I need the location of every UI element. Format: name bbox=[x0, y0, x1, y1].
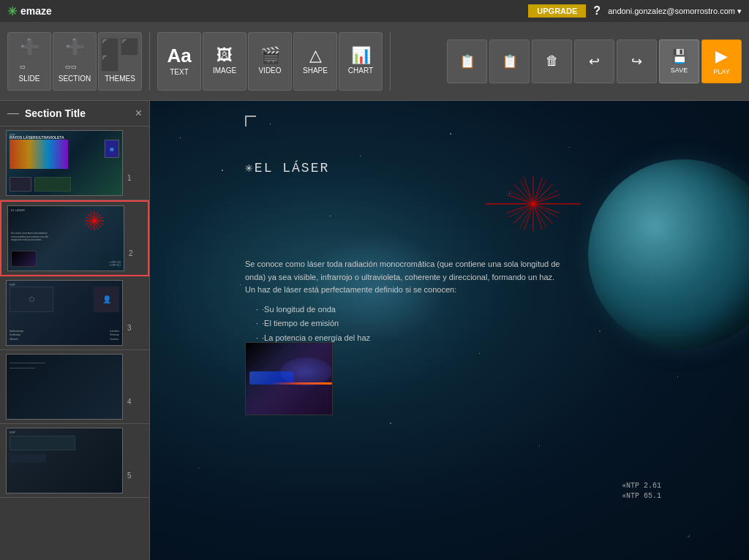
shape-icon: △ bbox=[309, 48, 322, 64]
slide-number-2: 2 bbox=[129, 249, 138, 257]
slide-thumbnail-3[interactable]: NTP ⬡ 👤 EpidemiologíaIncidenciasdiferent… bbox=[0, 276, 149, 350]
slide-thumb-4: ———————————————————————— bbox=[6, 354, 123, 420]
chart-icon: 📊 bbox=[351, 48, 371, 64]
sidebar-collapse-icon[interactable]: — bbox=[7, 107, 19, 120]
bullet-2: ·El tiempo de emisión bbox=[256, 317, 567, 331]
slide-number-3: 3 bbox=[127, 324, 136, 332]
corner-bracket bbox=[245, 116, 256, 126]
svg-point-20 bbox=[532, 202, 535, 205]
image-button[interactable]: 🖼 IMAGE bbox=[203, 32, 246, 91]
ref-2: ✳NTP 65.1 bbox=[622, 491, 661, 500]
paste-icon: 📋 bbox=[502, 53, 518, 69]
paste-button[interactable]: 📋 bbox=[489, 39, 530, 83]
slide-thumbnail-1[interactable]: NTP RAYOS LÁSER/ULTRAVIOLETA ▦ 1 bbox=[0, 126, 149, 200]
slide-title: ✳EL LÁSER bbox=[245, 159, 329, 175]
toolbar: ➕▭ SLIDE ➕▭▭ SECTION ⬛⬛⬛ THEMES Aa TEXT … bbox=[0, 22, 749, 101]
topbar: ✳ emaze UPGRADE ? andoni.gonzalez@somorr… bbox=[0, 0, 749, 22]
slide-button[interactable]: ➕▭ SLIDE bbox=[7, 32, 51, 91]
main-area: — Section Title × NTP RAYOS LÁSER/ULTRAV… bbox=[0, 101, 749, 560]
video-label: VIDEO bbox=[258, 67, 281, 75]
play-button[interactable]: ▶ PLAY bbox=[701, 39, 742, 83]
copy-button[interactable]: 📋 bbox=[447, 39, 487, 83]
action-tools: 📋 📋 🗑 ↩ ↪ 💾 SAVE ▶ PLAY bbox=[447, 39, 742, 83]
content-tools: Aa TEXT 🖼 IMAGE 🎬 VIDEO △ SHAPE 📊 CHART bbox=[157, 32, 383, 91]
sidebar-header: — Section Title × bbox=[0, 101, 149, 126]
slide-panel: — Section Title × NTP RAYOS LÁSER/ULTRAV… bbox=[0, 101, 150, 560]
slide-number-1: 1 bbox=[127, 174, 136, 182]
section-label: SECTION bbox=[59, 75, 91, 83]
copy-icon: 📋 bbox=[459, 53, 475, 69]
laser-burst bbox=[486, 170, 581, 243]
slide-icon: ➕▭ bbox=[20, 39, 39, 72]
chart-button[interactable]: 📊 CHART bbox=[339, 32, 383, 91]
logo-text: emaze bbox=[20, 5, 52, 17]
video-icon: 🎬 bbox=[260, 48, 280, 64]
slide-body-text: Se conoce como láser toda radiación mono… bbox=[245, 258, 567, 297]
logo-icon: ✳ bbox=[7, 4, 17, 18]
themes-button[interactable]: ⬛⬛⬛ THEMES bbox=[98, 32, 142, 91]
slide-thumb-5: NTP bbox=[6, 428, 123, 493]
help-button[interactable]: ? bbox=[593, 4, 601, 18]
section-button[interactable]: ➕▭▭ SECTION bbox=[53, 32, 97, 91]
ref-1: ✳NTP 2.61 bbox=[622, 481, 661, 490]
shape-button[interactable]: △ SHAPE bbox=[293, 32, 337, 91]
play-label: PLAY bbox=[713, 68, 729, 75]
shape-label: SHAPE bbox=[303, 67, 328, 75]
video-button[interactable]: 🎬 VIDEO bbox=[248, 32, 292, 91]
slide-number-4: 4 bbox=[127, 398, 136, 406]
text-button[interactable]: Aa TEXT bbox=[157, 32, 201, 91]
slide-number-5: 5 bbox=[127, 472, 136, 480]
play-icon: ▶ bbox=[715, 47, 728, 66]
slide-thumbnail-5[interactable]: NTP 5 bbox=[0, 424, 149, 498]
delete-button[interactable]: 🗑 bbox=[532, 39, 572, 83]
delete-icon: 🗑 bbox=[546, 53, 559, 69]
toolbar-separator-2 bbox=[390, 32, 391, 91]
slide-thumb-2: EL LÁSER bbox=[7, 205, 124, 271]
bullet-1: ·Su longitud de onda bbox=[256, 303, 567, 317]
slide-thumbnail-2[interactable]: EL LÁSER bbox=[0, 200, 149, 276]
user-email[interactable]: andoni.gonzalez@somorrostro.com ▾ bbox=[608, 7, 742, 16]
sidebar-close-button[interactable]: × bbox=[135, 107, 142, 120]
undo-icon: ↩ bbox=[589, 53, 600, 69]
chart-label: CHART bbox=[348, 67, 373, 75]
redo-button[interactable]: ↪ bbox=[617, 39, 657, 83]
corner-marker: ⌟ bbox=[687, 530, 690, 538]
slide-label: SLIDE bbox=[19, 75, 40, 83]
themes-icon: ⬛⬛⬛ bbox=[100, 39, 140, 72]
section-icon: ➕▭▭ bbox=[65, 39, 85, 72]
topbar-right: UPGRADE ? andoni.gonzalez@somorrostro.co… bbox=[528, 4, 742, 18]
toolbar-separator-1 bbox=[149, 32, 150, 91]
image-icon: 🖼 bbox=[217, 48, 233, 64]
text-label: TEXT bbox=[170, 68, 189, 76]
slide-thumb-1: NTP RAYOS LÁSER/ULTRAVIOLETA ▦ bbox=[6, 130, 123, 196]
redo-icon: ↪ bbox=[631, 53, 642, 69]
sidebar-title: Section Title bbox=[25, 107, 86, 119]
save-button[interactable]: 💾 SAVE bbox=[659, 39, 699, 83]
save-icon: 💾 bbox=[671, 48, 688, 64]
slide-thumb-3: NTP ⬡ 👤 EpidemiologíaIncidenciasdiferent… bbox=[6, 280, 123, 346]
slide-canvas[interactable]: ✳EL LÁSER bbox=[150, 101, 749, 560]
insert-tools: ➕▭ SLIDE ➕▭▭ SECTION ⬛⬛⬛ THEMES bbox=[7, 32, 142, 91]
undo-button[interactable]: ↩ bbox=[574, 39, 614, 83]
themes-label: THEMES bbox=[105, 75, 135, 83]
slide-references: ✳NTP 2.61 ✳NTP 65.1 bbox=[622, 480, 661, 502]
upgrade-button[interactable]: UPGRADE bbox=[528, 4, 586, 18]
text-icon: Aa bbox=[167, 46, 191, 65]
save-label: SAVE bbox=[671, 67, 688, 74]
logo: ✳ emaze bbox=[7, 4, 52, 18]
title-text: ✳EL LÁSER bbox=[245, 161, 329, 175]
image-label: IMAGE bbox=[213, 67, 236, 75]
laser-photo bbox=[245, 342, 333, 415]
slide-thumbnail-4[interactable]: ———————————————————————— 4 bbox=[0, 350, 149, 424]
